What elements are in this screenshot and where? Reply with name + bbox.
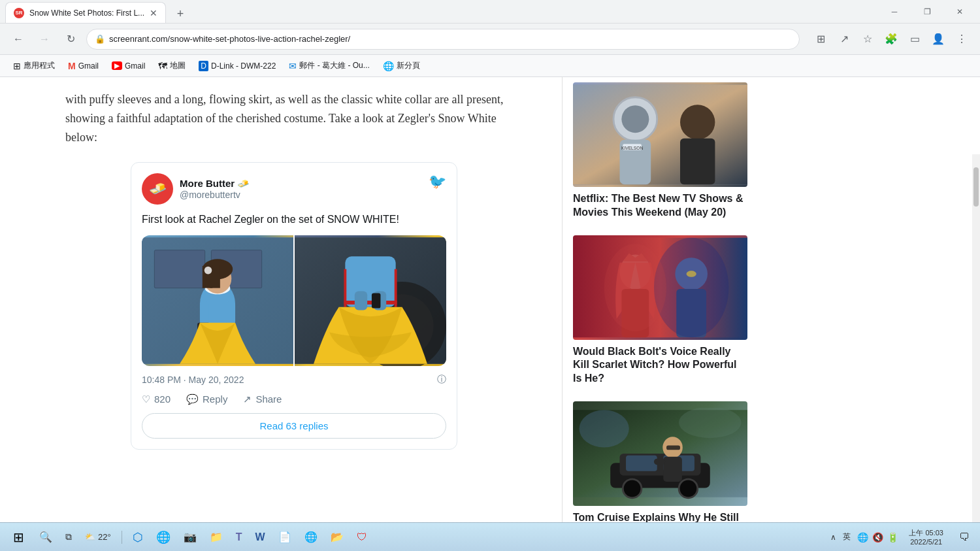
tweet-info-icon[interactable]: ⓘ	[437, 374, 446, 386]
lang-indicator[interactable]: 英	[840, 531, 853, 543]
main-article-area: with puffy sleeves and a long, flowing s…	[0, 77, 562, 522]
menu-icon[interactable]: ⋮	[951, 29, 972, 50]
sidebar-image-marvel	[573, 235, 747, 340]
svg-rect-45	[626, 456, 657, 471]
taskbar-chrome2[interactable]: 🌐	[299, 526, 323, 549]
search-button[interactable]: 🔍	[34, 526, 57, 549]
system-tray: ∧ 英 🌐 🔇 🔋 上午 05:03 2022/5/21 🗨	[830, 526, 975, 549]
back-button[interactable]: ←	[8, 29, 29, 50]
taskbar-filemanager[interactable]: 📁	[204, 526, 228, 549]
sidebar-icon[interactable]: ▭	[904, 29, 925, 50]
notification-button[interactable]: 🗨	[954, 526, 975, 549]
tweet-image-right	[295, 235, 446, 366]
teams-icon: T	[236, 531, 242, 543]
twitter-icon: 🐦	[429, 173, 446, 190]
folder-icon: 📁	[210, 531, 223, 543]
profile-icon[interactable]: 👤	[928, 29, 949, 50]
chrome-icon: 🌐	[156, 530, 171, 544]
sidebar-card-netflix[interactable]: KIVELSON Netflix: The Best New TV Shows …	[573, 82, 747, 220]
tweet-read-replies-button[interactable]: Read 63 replies	[142, 413, 446, 439]
bookmark-dlink[interactable]: D D-Link - DWM-222	[193, 58, 281, 74]
close-button[interactable]: ✕	[945, 1, 975, 22]
antivirus-icon: 🛡	[357, 531, 367, 543]
bookmark-youtube[interactable]: ▶ Gmail	[106, 58, 150, 74]
tweet-timestamp: 10:48 PM · May 20, 2022 ⓘ	[142, 374, 446, 386]
share-icon[interactable]: ↗	[834, 29, 855, 50]
search-icon: 🔍	[39, 531, 52, 543]
edge-icon: ⬡	[133, 530, 143, 544]
sidebar-card-mission[interactable]: Tom Cruise Explains Why He Still Does Hi…	[573, 401, 747, 522]
bookmark-apps[interactable]: ⊞ 應用程式	[8, 58, 60, 74]
tweet-username: More Butter 🧈	[180, 178, 250, 190]
bookmark-mail[interactable]: ✉ 郵件 - 葛大維 - Ou...	[284, 58, 374, 74]
scroll-thumb[interactable]	[973, 167, 979, 207]
time-display: 上午 05:03	[909, 528, 943, 538]
svg-point-28	[621, 105, 649, 133]
scrollbar[interactable]	[972, 154, 980, 522]
bookmark-maps[interactable]: 🗺 地圖	[153, 58, 191, 74]
bookmark-gmail[interactable]: M Gmail	[63, 58, 104, 74]
tab-bar: SR Snow White Set Photos: First L... ✕ +	[5, 0, 879, 23]
taskbar: ⊞ 🔍 ⧉ ⛅ 22° ⬡ 🌐 📷 📁 T W	[0, 522, 980, 551]
chevron-icon[interactable]: ∧	[830, 533, 836, 542]
new-tab-button[interactable]: +	[171, 5, 189, 23]
bookmark-newtab[interactable]: 🌐 新分頁	[378, 58, 425, 74]
tweet-header: 🧈 More Butter 🧈 @morebuttertv 🐦	[142, 173, 446, 205]
tab-title: Snow White Set Photos: First L...	[29, 8, 144, 18]
taskbar-edge[interactable]: ⬡	[127, 526, 148, 549]
svg-rect-50	[663, 457, 682, 482]
heart-icon: ♡	[142, 393, 150, 405]
sidebar-image-mission	[573, 401, 747, 506]
taskbar-teams[interactable]: T	[231, 526, 248, 549]
tweet-share-button[interactable]: ↗ Share	[243, 393, 282, 405]
article-paragraph: with puffy sleeves and a long, flowing s…	[65, 90, 523, 146]
tweet-like-button[interactable]: ♡ 820	[142, 393, 171, 405]
svg-point-47	[623, 479, 642, 498]
sidebar-title-marvel: Would Black Bolt's Voice Really Kill Sca…	[573, 345, 747, 386]
title-bar: SR Snow White Set Photos: First L... ✕ +…	[0, 0, 980, 24]
clock[interactable]: 上午 05:03 2022/5/21	[904, 528, 949, 546]
taskbar-antivirus[interactable]: 🛡	[351, 526, 372, 549]
svg-rect-33	[680, 139, 715, 185]
tweet-reply-button[interactable]: 💬 Reply	[186, 393, 227, 405]
task-view-button[interactable]: ⧉	[60, 526, 77, 549]
taskbar-pdf[interactable]: 📄	[273, 526, 297, 549]
minimize-button[interactable]: ─	[879, 1, 909, 22]
url-bar[interactable]: 🔒 screenrant.com/snow-white-set-photos-l…	[86, 29, 800, 50]
tweet-embed: 🧈 More Butter 🧈 @morebuttertv 🐦 First lo…	[131, 162, 457, 449]
window-controls: ─ ❐ ✕	[879, 1, 975, 22]
network-icon[interactable]: 🌐	[857, 532, 868, 543]
windows-icon: ⊞	[13, 529, 24, 545]
camera-icon: 📷	[184, 531, 197, 543]
taskbar-files[interactable]: 📂	[325, 526, 349, 549]
url-text: screenrant.com/snow-white-set-photos-liv…	[109, 34, 350, 44]
svg-rect-21	[344, 301, 397, 305]
address-bar: ← → ↻ 🔒 screenrant.com/snow-white-set-ph…	[0, 24, 980, 55]
volume-mute-icon[interactable]: 🔇	[872, 532, 883, 543]
forward-button[interactable]: →	[34, 29, 55, 50]
sidebar-card-marvel[interactable]: Would Black Bolt's Voice Really Kill Sca…	[573, 235, 747, 386]
svg-text:KIVELSON: KIVELSON	[621, 146, 643, 150]
taskbar-camera[interactable]: 📷	[178, 526, 202, 549]
youtube-label: Gmail	[125, 61, 145, 71]
taskbar-word[interactable]: W	[250, 526, 270, 549]
files-icon: 📂	[331, 531, 344, 543]
sidebar-title-mission: Tom Cruise Explains Why He Still Does Hi…	[573, 511, 747, 522]
weather-widget[interactable]: ⛅ 22°	[80, 532, 116, 542]
lock-icon: 🔒	[95, 34, 105, 44]
restore-button[interactable]: ❐	[912, 1, 942, 22]
tab-close-button[interactable]: ✕	[150, 8, 157, 18]
right-sidebar: KIVELSON Netflix: The Best New TV Shows …	[562, 77, 758, 522]
bookmark-star-icon[interactable]: ☆	[857, 29, 878, 50]
tweet-user: 🧈 More Butter 🧈 @morebuttertv	[142, 173, 250, 205]
start-button[interactable]: ⊞	[5, 526, 31, 549]
pdf-icon: 📄	[278, 531, 291, 543]
svg-rect-24	[372, 293, 381, 308]
active-tab[interactable]: SR Snow White Set Photos: First L... ✕	[5, 2, 166, 23]
translate-icon[interactable]: ⊞	[810, 29, 831, 50]
battery-icon[interactable]: 🔋	[887, 532, 898, 543]
extensions-icon[interactable]: 🧩	[881, 29, 902, 50]
task-view-icon: ⧉	[65, 531, 72, 543]
taskbar-chrome[interactable]: 🌐	[151, 526, 176, 549]
refresh-button[interactable]: ↻	[60, 29, 81, 50]
